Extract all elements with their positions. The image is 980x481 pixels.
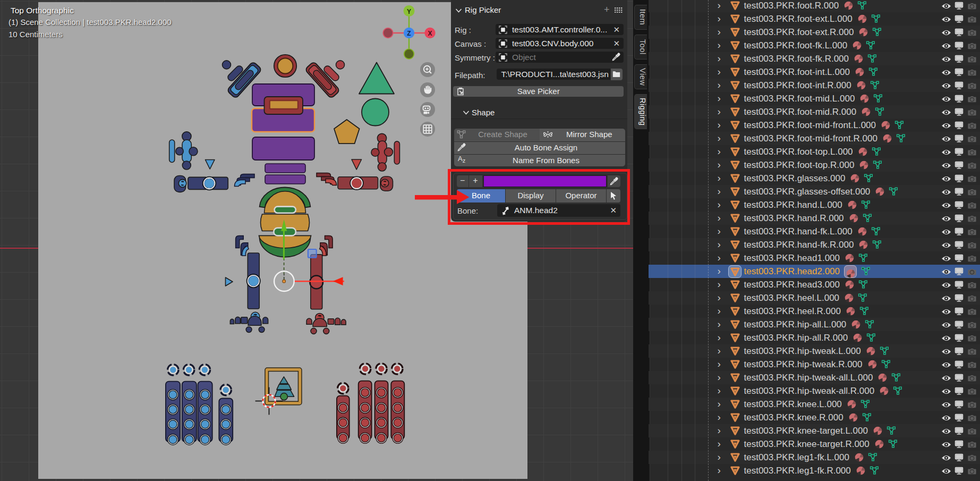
svg-text:Z: Z — [407, 30, 411, 37]
svg-text:Y: Y — [407, 8, 411, 15]
svg-text:X: X — [428, 30, 432, 37]
